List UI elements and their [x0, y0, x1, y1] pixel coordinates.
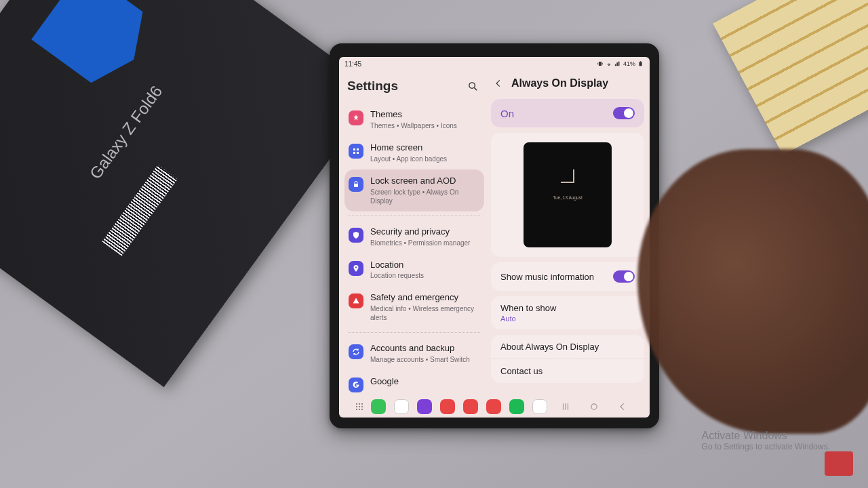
back-nav-icon[interactable] [618, 402, 627, 411]
signal-icon [614, 60, 621, 67]
svg-rect-6 [353, 152, 355, 154]
item-title: Lock screen and AOD [370, 176, 480, 187]
recents-nav-icon[interactable] [561, 402, 570, 411]
main-toggle-label: On [500, 108, 514, 119]
status-bar: 11:45 41% [339, 57, 650, 70]
sidebar-item-location[interactable]: Location Location requests [344, 253, 484, 287]
row-title: Contact us [500, 366, 635, 376]
item-title: Location [370, 260, 480, 271]
aod-preview-card: Tue, 13 August [491, 133, 644, 257]
location-icon [349, 261, 363, 276]
aod-preview[interactable]: Tue, 13 August [524, 142, 612, 247]
watermark-line1: Activate Windows [702, 430, 830, 442]
box-label: Galaxy Z Fold6 [86, 82, 166, 182]
item-subtitle: Medical info • Wireless emergency alerts [370, 304, 480, 322]
settings-title: Settings [347, 79, 398, 94]
divider [349, 216, 480, 216]
item-subtitle: Layout • App icon badges [370, 155, 480, 163]
windows-watermark: Activate Windows Go to Settings to activ… [702, 430, 830, 451]
status-time: 11:45 [344, 60, 361, 68]
svg-rect-0 [639, 62, 642, 66]
sidebar-item-safety[interactable]: Safety and emergency Medical info • Wire… [344, 286, 484, 328]
item-subtitle: Screen lock type • Always On Display [370, 188, 480, 205]
sidebar-item-home-screen[interactable]: Home screen Layout • App icon badges [344, 136, 484, 169]
svg-rect-1 [640, 61, 642, 62]
messages-app-icon[interactable] [394, 399, 409, 414]
phone-app-icon[interactable] [371, 399, 386, 414]
themes-icon [349, 110, 363, 125]
google-app-icon[interactable] [532, 399, 547, 414]
hand-overlay [637, 149, 868, 434]
row-title: About Always On Display [500, 342, 635, 352]
item-title: Accounts and backup [370, 343, 480, 354]
taskbar [339, 396, 650, 418]
detail-panel: Always On Display On Tue, 13 August Show… [488, 70, 650, 396]
battery-percent: 41% [623, 60, 635, 67]
item-title: Security and privacy [370, 226, 480, 238]
vibrate-icon [597, 60, 604, 67]
browser-app-icon[interactable] [417, 399, 432, 414]
item-title: Themes [370, 109, 480, 121]
detail-title: Always On Display [511, 77, 608, 89]
sidebar-item-google[interactable]: Google [344, 370, 484, 396]
home-nav-icon[interactable] [589, 402, 599, 411]
item-subtitle: Location requests [370, 271, 480, 280]
apps-grid-icon[interactable] [356, 403, 363, 410]
sidebar-item-security[interactable]: Security and privacy Biometrics • Permis… [344, 220, 484, 253]
when-to-show-row[interactable]: When to show Auto [491, 296, 644, 329]
music-info-toggle[interactable] [613, 270, 635, 283]
when-to-show-card: When to show Auto [491, 296, 644, 329]
barcode [102, 165, 177, 256]
row-title: When to show [500, 303, 635, 313]
row-value: Auto [500, 314, 635, 323]
settings-panel: Settings Themes Themes • Wallpapers • Ic… [339, 70, 488, 396]
item-subtitle: Themes • Wallpapers • Icons [370, 121, 480, 130]
svg-line-3 [475, 87, 477, 90]
home-screen-icon [349, 144, 363, 159]
main-toggle-row[interactable]: On [491, 99, 644, 127]
svg-rect-8 [354, 184, 358, 187]
aod-date: Tue, 13 August [553, 195, 583, 200]
item-title: Home screen [370, 142, 480, 154]
music-info-row[interactable]: Show music information [491, 262, 644, 291]
divider [349, 332, 480, 333]
about-row[interactable]: About Always On Display [491, 335, 644, 359]
search-icon[interactable] [467, 81, 479, 92]
status-right-cluster: 41% [597, 60, 644, 67]
item-subtitle: Biometrics • Permission manager [370, 239, 480, 247]
svg-point-2 [469, 82, 475, 87]
clock-icon [561, 169, 574, 183]
google-icon [349, 378, 363, 392]
sidebar-item-accounts[interactable]: Accounts and backup Manage accounts • Sm… [344, 337, 484, 370]
tablet-screen: 11:45 41% Settings [339, 57, 650, 418]
back-icon[interactable] [494, 79, 503, 88]
svg-point-13 [591, 404, 597, 409]
contact-row[interactable]: Contact us [491, 359, 644, 383]
shield-icon [349, 228, 363, 243]
svg-rect-7 [357, 152, 359, 154]
music-info-label: Show music information [500, 272, 594, 282]
app-icon-5[interactable] [463, 399, 478, 414]
app-icon-4[interactable] [440, 399, 455, 414]
tablet-frame: 11:45 41% Settings [330, 43, 659, 428]
spotify-app-icon[interactable] [509, 399, 524, 414]
sidebar-item-themes[interactable]: Themes Themes • Wallpapers • Icons [344, 103, 484, 136]
watermark-line2: Go to Settings to activate Windows. [702, 442, 830, 451]
item-title: Safety and emergency [370, 292, 480, 304]
sidebar-item-lock-screen[interactable]: Lock screen and AOD Screen lock type • A… [344, 169, 484, 211]
about-card: About Always On Display Contact us [491, 335, 644, 383]
wifi-icon [606, 60, 612, 67]
item-subtitle: Manage accounts • Smart Switch [370, 355, 480, 364]
item-title: Google [370, 376, 480, 388]
sync-icon [349, 344, 363, 359]
battery-icon [637, 60, 644, 67]
svg-rect-5 [357, 148, 359, 150]
product-box-prop: Galaxy Z Fold6 [0, 0, 379, 387]
main-toggle[interactable] [613, 107, 635, 119]
corner-app-icon [825, 451, 853, 476]
svg-rect-4 [353, 148, 355, 150]
svg-point-9 [355, 266, 357, 268]
recorder-app-icon[interactable] [486, 399, 501, 414]
lock-icon [349, 177, 363, 192]
wooden-block-prop [713, 0, 868, 155]
